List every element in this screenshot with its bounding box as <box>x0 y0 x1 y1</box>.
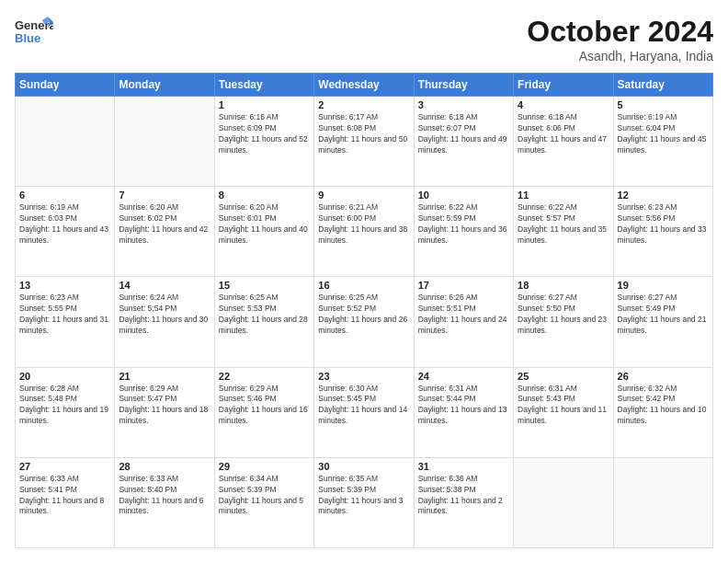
table-row: 31Sunrise: 6:36 AMSunset: 5:38 PMDayligh… <box>414 457 513 547</box>
day-info: Sunrise: 6:35 AMSunset: 5:39 PMDaylight:… <box>318 474 409 518</box>
table-row: 26Sunrise: 6:32 AMSunset: 5:42 PMDayligh… <box>613 367 712 457</box>
day-info: Sunrise: 6:33 AMSunset: 5:40 PMDaylight:… <box>119 474 210 518</box>
day-number: 16 <box>318 280 409 291</box>
logo: General Blue <box>15 15 53 50</box>
header-sunday: Sunday <box>16 74 115 97</box>
title-area: October 2024 Asandh, Haryana, India <box>527 15 713 63</box>
day-info: Sunrise: 6:16 AMSunset: 6:09 PMDaylight:… <box>219 112 310 156</box>
table-row: 14Sunrise: 6:24 AMSunset: 5:54 PMDayligh… <box>115 277 214 367</box>
day-info: Sunrise: 6:36 AMSunset: 5:38 PMDaylight:… <box>418 474 509 518</box>
page: General Blue October 2024 Asandh, Haryan… <box>0 0 728 563</box>
header-wednesday: Wednesday <box>314 74 414 97</box>
day-info: Sunrise: 6:30 AMSunset: 5:45 PMDaylight:… <box>318 384 409 428</box>
day-info: Sunrise: 6:31 AMSunset: 5:43 PMDaylight:… <box>518 384 609 428</box>
calendar-week-row: 1Sunrise: 6:16 AMSunset: 6:09 PMDaylight… <box>16 97 713 187</box>
header-friday: Friday <box>514 74 613 97</box>
day-info: Sunrise: 6:18 AMSunset: 6:06 PMDaylight:… <box>518 112 609 156</box>
table-row: 29Sunrise: 6:34 AMSunset: 5:39 PMDayligh… <box>214 457 313 547</box>
day-number: 14 <box>119 280 210 291</box>
day-number: 31 <box>418 461 509 472</box>
table-row: 20Sunrise: 6:28 AMSunset: 5:48 PMDayligh… <box>16 367 115 457</box>
day-number: 12 <box>618 190 709 201</box>
day-number: 26 <box>618 371 709 382</box>
table-row: 21Sunrise: 6:29 AMSunset: 5:47 PMDayligh… <box>115 367 214 457</box>
table-row: 5Sunrise: 6:19 AMSunset: 6:04 PMDaylight… <box>613 97 712 187</box>
day-number: 24 <box>418 371 509 382</box>
table-row: 4Sunrise: 6:18 AMSunset: 6:06 PMDaylight… <box>514 97 613 187</box>
calendar-week-row: 13Sunrise: 6:23 AMSunset: 5:55 PMDayligh… <box>16 277 713 367</box>
table-row: 9Sunrise: 6:21 AMSunset: 6:00 PMDaylight… <box>314 187 414 277</box>
day-number: 21 <box>119 371 210 382</box>
table-row: 10Sunrise: 6:22 AMSunset: 5:59 PMDayligh… <box>414 187 513 277</box>
day-info: Sunrise: 6:22 AMSunset: 5:59 PMDaylight:… <box>418 202 509 247</box>
table-row: 19Sunrise: 6:27 AMSunset: 5:49 PMDayligh… <box>613 277 712 367</box>
calendar-week-row: 20Sunrise: 6:28 AMSunset: 5:48 PMDayligh… <box>16 367 713 457</box>
calendar-week-row: 27Sunrise: 6:33 AMSunset: 5:41 PMDayligh… <box>16 457 713 547</box>
table-row: 3Sunrise: 6:18 AMSunset: 6:07 PMDaylight… <box>414 97 513 187</box>
day-number: 8 <box>219 190 310 201</box>
day-info: Sunrise: 6:20 AMSunset: 6:01 PMDaylight:… <box>219 202 310 247</box>
day-number: 19 <box>618 280 709 291</box>
table-row: 24Sunrise: 6:31 AMSunset: 5:44 PMDayligh… <box>414 367 513 457</box>
day-number: 2 <box>318 99 409 110</box>
table-row <box>16 97 115 187</box>
day-info: Sunrise: 6:29 AMSunset: 5:46 PMDaylight:… <box>219 384 310 428</box>
day-number: 23 <box>318 371 409 382</box>
table-row: 2Sunrise: 6:17 AMSunset: 6:08 PMDaylight… <box>314 97 414 187</box>
day-info: Sunrise: 6:22 AMSunset: 5:57 PMDaylight:… <box>518 202 609 247</box>
day-number: 7 <box>119 190 210 201</box>
day-info: Sunrise: 6:27 AMSunset: 5:50 PMDaylight:… <box>518 293 609 337</box>
day-number: 25 <box>518 371 609 382</box>
day-number: 5 <box>618 99 709 110</box>
day-number: 15 <box>219 280 310 291</box>
day-info: Sunrise: 6:18 AMSunset: 6:07 PMDaylight:… <box>418 112 509 156</box>
header-monday: Monday <box>115 74 214 97</box>
day-info: Sunrise: 6:24 AMSunset: 5:54 PMDaylight:… <box>119 293 210 337</box>
header: General Blue October 2024 Asandh, Haryan… <box>15 15 713 63</box>
table-row <box>115 97 214 187</box>
table-row: 13Sunrise: 6:23 AMSunset: 5:55 PMDayligh… <box>16 277 115 367</box>
day-number: 28 <box>119 461 210 472</box>
day-info: Sunrise: 6:25 AMSunset: 5:53 PMDaylight:… <box>219 293 310 337</box>
header-thursday: Thursday <box>414 74 513 97</box>
header-saturday: Saturday <box>613 74 712 97</box>
table-row: 22Sunrise: 6:29 AMSunset: 5:46 PMDayligh… <box>214 367 313 457</box>
day-number: 11 <box>518 190 609 201</box>
day-number: 29 <box>219 461 310 472</box>
day-number: 17 <box>418 280 509 291</box>
day-number: 27 <box>19 461 110 472</box>
table-row: 7Sunrise: 6:20 AMSunset: 6:02 PMDaylight… <box>115 187 214 277</box>
day-info: Sunrise: 6:21 AMSunset: 6:00 PMDaylight:… <box>318 202 409 247</box>
day-info: Sunrise: 6:17 AMSunset: 6:08 PMDaylight:… <box>318 112 409 156</box>
day-number: 18 <box>518 280 609 291</box>
table-row <box>514 457 613 547</box>
table-row: 28Sunrise: 6:33 AMSunset: 5:40 PMDayligh… <box>115 457 214 547</box>
day-number: 30 <box>318 461 409 472</box>
header-tuesday: Tuesday <box>214 74 313 97</box>
day-number: 22 <box>219 371 310 382</box>
day-info: Sunrise: 6:19 AMSunset: 6:03 PMDaylight:… <box>19 202 110 247</box>
table-row: 11Sunrise: 6:22 AMSunset: 5:57 PMDayligh… <box>514 187 613 277</box>
table-row: 15Sunrise: 6:25 AMSunset: 5:53 PMDayligh… <box>214 277 313 367</box>
table-row: 17Sunrise: 6:26 AMSunset: 5:51 PMDayligh… <box>414 277 513 367</box>
table-row: 12Sunrise: 6:23 AMSunset: 5:56 PMDayligh… <box>613 187 712 277</box>
day-number: 9 <box>318 190 409 201</box>
day-info: Sunrise: 6:28 AMSunset: 5:48 PMDaylight:… <box>19 384 110 428</box>
day-info: Sunrise: 6:23 AMSunset: 5:55 PMDaylight:… <box>19 293 110 337</box>
day-info: Sunrise: 6:23 AMSunset: 5:56 PMDaylight:… <box>618 202 709 247</box>
table-row <box>613 457 712 547</box>
day-info: Sunrise: 6:31 AMSunset: 5:44 PMDaylight:… <box>418 384 509 428</box>
table-row: 23Sunrise: 6:30 AMSunset: 5:45 PMDayligh… <box>314 367 414 457</box>
calendar-header-row: Sunday Monday Tuesday Wednesday Thursday… <box>16 74 713 97</box>
table-row: 27Sunrise: 6:33 AMSunset: 5:41 PMDayligh… <box>16 457 115 547</box>
calendar-table: Sunday Monday Tuesday Wednesday Thursday… <box>15 73 713 548</box>
day-number: 10 <box>418 190 509 201</box>
day-number: 13 <box>19 280 110 291</box>
day-info: Sunrise: 6:25 AMSunset: 5:52 PMDaylight:… <box>318 293 409 337</box>
table-row: 18Sunrise: 6:27 AMSunset: 5:50 PMDayligh… <box>514 277 613 367</box>
table-row: 25Sunrise: 6:31 AMSunset: 5:43 PMDayligh… <box>514 367 613 457</box>
day-number: 3 <box>418 99 509 110</box>
table-row: 16Sunrise: 6:25 AMSunset: 5:52 PMDayligh… <box>314 277 414 367</box>
table-row: 30Sunrise: 6:35 AMSunset: 5:39 PMDayligh… <box>314 457 414 547</box>
day-info: Sunrise: 6:33 AMSunset: 5:41 PMDaylight:… <box>19 474 110 518</box>
